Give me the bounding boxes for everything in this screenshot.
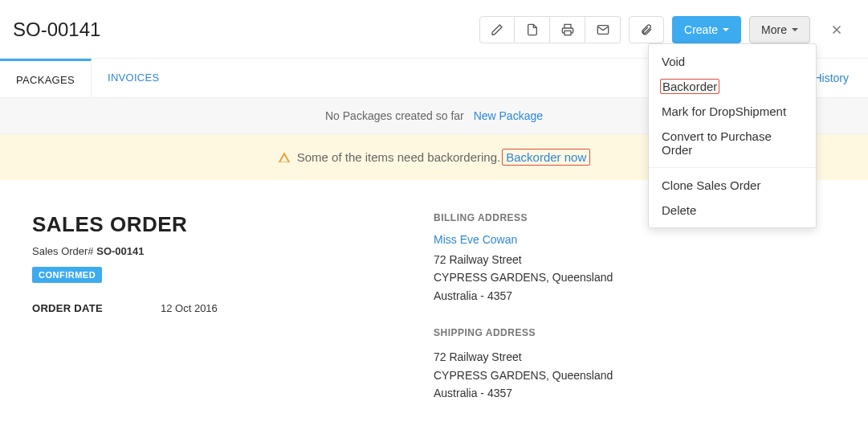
shipping-label: SHIPPING ADDRESS [434, 327, 836, 338]
svg-rect-0 [564, 31, 571, 35]
new-package-link[interactable]: New Package [474, 109, 543, 122]
tab-packages[interactable]: PACKAGES [0, 59, 92, 97]
shipping-line2: CYPRESS GARDENS, Queensland [434, 366, 836, 384]
billing-line2: CYPRESS GARDENS, Queensland [434, 268, 836, 286]
print-button[interactable] [550, 16, 585, 43]
svg-rect-2 [283, 156, 284, 158]
so-label: Sales Order# [32, 245, 94, 257]
billing-line3: Australia - 4357 [434, 287, 836, 305]
more-label: More [761, 23, 787, 36]
history-link[interactable]: History [813, 72, 849, 84]
status-badge: CONFIRMED [32, 267, 102, 283]
alert-text: Some of the items need backordering. [297, 150, 500, 164]
tabs: PACKAGES INVOICES [0, 59, 176, 97]
action-icon-group [479, 16, 621, 43]
create-label: Create [684, 23, 718, 36]
shipping-line3: Australia - 4357 [434, 384, 836, 402]
pdf-icon [526, 23, 539, 36]
order-date-label: ORDER DATE [32, 302, 161, 314]
toolbar: Create More [479, 16, 849, 43]
pdf-button[interactable] [515, 16, 550, 43]
menu-delete[interactable]: Delete [649, 198, 816, 223]
billing-line1: 72 Railway Street [434, 251, 836, 268]
more-button[interactable]: More [749, 16, 810, 43]
warning-icon [278, 151, 291, 164]
billing-name[interactable]: Miss Eve Cowan [434, 233, 836, 246]
so-number-line: Sales Order# SO-00141 [32, 245, 369, 257]
paperclip-icon [640, 23, 653, 36]
so-number: SO-00141 [96, 245, 144, 257]
no-packages-text: No Packages created so far [325, 109, 464, 122]
caret-down-icon [723, 28, 729, 31]
shipping-line1: 72 Railway Street [434, 348, 836, 366]
close-icon [829, 23, 844, 37]
svg-rect-3 [283, 159, 284, 160]
page-title: SO-00141 [13, 18, 479, 41]
order-date-value: 12 Oct 2016 [161, 302, 218, 314]
menu-backorder[interactable]: Backorder [660, 79, 719, 94]
menu-clone[interactable]: Clone Sales Order [649, 173, 816, 198]
addresses: BILLING ADDRESS Miss Eve Cowan 72 Railwa… [434, 212, 836, 424]
create-button[interactable]: Create [672, 16, 741, 43]
mail-icon [597, 23, 609, 36]
close-button[interactable] [825, 18, 849, 42]
pencil-icon [491, 23, 503, 36]
order-date-row: ORDER DATE 12 Oct 2016 [32, 302, 369, 314]
menu-convert-po[interactable]: Convert to Purchase Order [649, 124, 816, 162]
menu-divider [649, 167, 816, 168]
tab-invoices[interactable]: INVOICES [92, 59, 176, 97]
caret-down-icon [792, 28, 798, 31]
backorder-now-link[interactable]: Backorder now [502, 149, 590, 166]
more-dropdown: Void Backorder Mark for DropShipment Con… [648, 43, 817, 228]
attach-button[interactable] [629, 16, 664, 43]
edit-button[interactable] [479, 16, 515, 43]
shipping-lines: 72 Railway Street CYPRESS GARDENS, Queen… [434, 348, 836, 402]
menu-void[interactable]: Void [649, 49, 816, 74]
email-button[interactable] [585, 16, 621, 43]
order-summary: SALES ORDER Sales Order# SO-00141 CONFIR… [32, 212, 369, 424]
document-title: SALES ORDER [32, 212, 369, 237]
print-icon [561, 23, 574, 36]
menu-dropshipment[interactable]: Mark for DropShipment [649, 99, 816, 124]
billing-lines: 72 Railway Street CYPRESS GARDENS, Queen… [434, 251, 836, 305]
